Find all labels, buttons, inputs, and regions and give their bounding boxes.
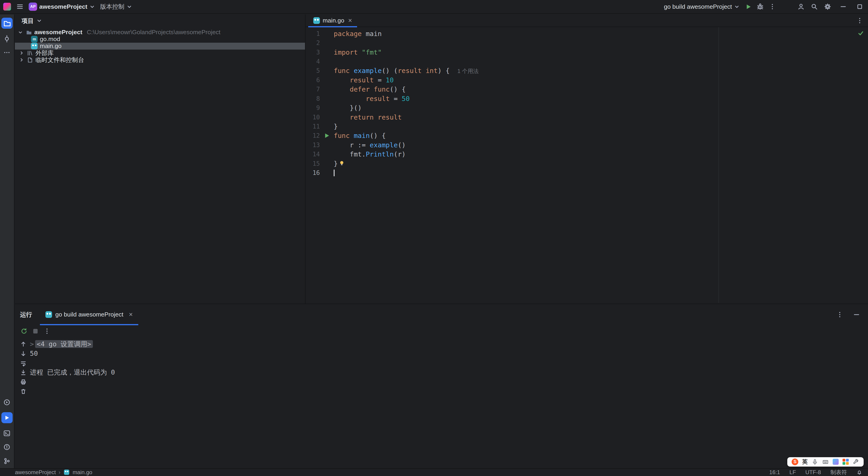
- code-area[interactable]: package mainimport "fmt"func example() (…: [334, 27, 868, 303]
- stop-button[interactable]: [33, 329, 38, 333]
- gutter-row[interactable]: 7: [306, 85, 334, 94]
- hide-panel-button[interactable]: [852, 311, 861, 319]
- next-occurrence-button[interactable]: [20, 349, 27, 358]
- clear-console-button[interactable]: [20, 386, 27, 396]
- notifications-button[interactable]: [856, 469, 863, 475]
- ime-keyboard-button[interactable]: [822, 458, 829, 465]
- run-gutter-icon[interactable]: [324, 133, 330, 139]
- console-line: 进程 已完成，退出代码为 0: [30, 368, 868, 377]
- indent-widget[interactable]: 制表符: [830, 469, 847, 476]
- tree-item-maingo[interactable]: main.go: [15, 43, 305, 50]
- gutter-row[interactable]: 1: [306, 29, 334, 38]
- stripe-item-services[interactable]: [3, 398, 11, 406]
- folded-setup-text[interactable]: <4 go 设置调用>: [35, 340, 93, 348]
- intention-bulb-icon[interactable]: [339, 160, 345, 167]
- run-tab[interactable]: go build awesomeProject ×: [40, 304, 138, 325]
- ime-toolbox-icon[interactable]: [842, 459, 849, 465]
- caret-position-widget[interactable]: 16:1: [769, 469, 780, 476]
- usages-inlay-hint[interactable]: 1 个用法: [458, 68, 479, 74]
- gutter-row[interactable]: 16: [306, 168, 334, 177]
- chevron-right-icon[interactable]: [19, 57, 24, 62]
- close-tab-button[interactable]: ×: [348, 17, 352, 24]
- tree-item-external-libraries[interactable]: 外部库: [15, 50, 305, 56]
- stripe-item-commit[interactable]: [3, 35, 11, 43]
- gutter-row[interactable]: 11: [306, 122, 334, 131]
- sogou-logo-icon[interactable]: S: [792, 458, 798, 465]
- ime-language-toggle[interactable]: 英: [802, 458, 808, 466]
- run-toolbar-more-button[interactable]: [43, 327, 51, 335]
- run-button[interactable]: [745, 3, 752, 10]
- gutter-row[interactable]: 12: [306, 131, 334, 140]
- more-vertical-icon: [836, 311, 844, 319]
- code-line: }: [334, 122, 868, 131]
- stripe-item-terminal[interactable]: [3, 429, 11, 437]
- stripe-item-problems[interactable]: [3, 443, 11, 451]
- minimize-button[interactable]: [835, 0, 851, 13]
- gutter-row[interactable]: 6: [306, 76, 334, 85]
- folder-icon: [26, 29, 32, 36]
- line-separator-widget[interactable]: LF: [789, 469, 796, 476]
- fold-expand-icon[interactable]: >: [30, 340, 34, 348]
- tree-item-root[interactable]: awesomeProject C:\Users\meowr\GolandProj…: [15, 29, 305, 36]
- gutter-row[interactable]: 2: [306, 38, 334, 48]
- rerun-button[interactable]: [21, 328, 28, 335]
- line-number: 15: [306, 159, 320, 168]
- debug-button[interactable]: [756, 3, 764, 10]
- ime-skin-icon[interactable]: [833, 459, 839, 465]
- vcs-widget[interactable]: 版本控制: [100, 2, 132, 11]
- search-everywhere-button[interactable]: [810, 3, 818, 10]
- gutter-row[interactable]: 13: [306, 141, 334, 150]
- gutter-row[interactable]: 15: [306, 159, 334, 168]
- project-panel-header[interactable]: 项目: [15, 14, 305, 27]
- chevron-right-icon[interactable]: [19, 51, 24, 56]
- console-output[interactable]: ><4 go 设置调用>50 进程 已完成，退出代码为 0: [30, 337, 868, 377]
- nav-file[interactable]: main.go: [73, 469, 92, 476]
- prev-occurrence-button[interactable]: [20, 339, 27, 349]
- project-widget[interactable]: AP awesomeProject: [29, 2, 95, 11]
- stripe-item-version-control[interactable]: [3, 457, 11, 465]
- check-icon: [858, 30, 864, 36]
- arrow-up-icon: [20, 340, 27, 348]
- gutter-row[interactable]: 3: [306, 48, 334, 57]
- run-panel-options-button[interactable]: [836, 311, 844, 319]
- scroll-to-end-button[interactable]: [20, 368, 27, 377]
- stripe-item-more[interactable]: [3, 49, 11, 56]
- gutter-row[interactable]: 10: [306, 113, 334, 122]
- ime-settings-button[interactable]: [852, 458, 859, 465]
- gutter-row[interactable]: 9: [306, 103, 334, 113]
- settings-button[interactable]: [824, 3, 832, 10]
- inspections-widget[interactable]: [858, 30, 864, 38]
- more-actions-button[interactable]: [769, 3, 776, 10]
- gutter-row[interactable]: 5: [306, 66, 334, 75]
- stripe-item-project[interactable]: [1, 18, 12, 29]
- print-button[interactable]: [20, 377, 27, 386]
- microphone-icon: [812, 458, 818, 465]
- gutter-row[interactable]: 4: [306, 57, 334, 66]
- scratch-file-icon: [27, 57, 33, 63]
- editor-tab-maingo[interactable]: main.go ×: [308, 14, 357, 27]
- code-with-me-button[interactable]: [797, 3, 805, 10]
- close-run-tab-button[interactable]: ×: [129, 311, 133, 318]
- stripe-item-run[interactable]: [1, 412, 12, 423]
- run-config-selector[interactable]: go build awesomeProject: [664, 3, 740, 10]
- nav-project[interactable]: awesomeProject: [15, 469, 56, 476]
- chevron-down-icon: [127, 4, 132, 9]
- gutter-row[interactable]: 8: [306, 94, 334, 103]
- tree-item-scratches[interactable]: 临时文件和控制台: [15, 56, 305, 63]
- library-icon: [27, 50, 33, 56]
- tab-options-button[interactable]: [856, 14, 864, 27]
- status-bar: awesomeProject › main.go 16:1 LF UTF-8 制…: [0, 468, 868, 476]
- maximize-button[interactable]: [851, 0, 868, 13]
- play-icon: [745, 3, 752, 10]
- encoding-widget[interactable]: UTF-8: [805, 469, 821, 476]
- more-vertical-icon: [769, 3, 776, 10]
- editor-body[interactable]: 12345678910111213141516 package mainimpo…: [306, 27, 868, 303]
- soft-wrap-button[interactable]: [20, 358, 27, 368]
- run-tab-label: go build awesomeProject: [55, 311, 123, 318]
- line-number: 11: [306, 122, 320, 131]
- tree-item-gomod[interactable]: m go.mod: [15, 36, 305, 43]
- ime-mic-button[interactable]: [812, 458, 818, 465]
- gutter-row[interactable]: 14: [306, 150, 334, 159]
- main-menu-button[interactable]: [16, 3, 24, 10]
- chevron-down-icon[interactable]: [18, 30, 23, 35]
